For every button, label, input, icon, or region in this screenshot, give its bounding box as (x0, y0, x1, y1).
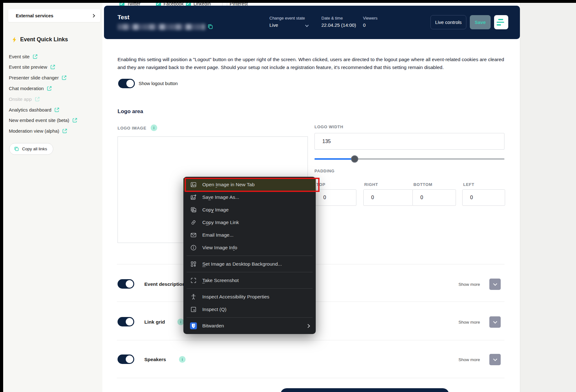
speakers-show-more-label: Show more (458, 357, 480, 362)
inspect-icon (190, 306, 197, 313)
copy-all-links-button[interactable]: Copy all links (9, 143, 53, 155)
sidebar-item-moderation-view-alpha-[interactable]: Moderation view (alpha) (9, 127, 67, 134)
sidebar-item-event-site[interactable]: Event site (9, 53, 38, 60)
menu-item-view-image-info[interactable]: View Image Info (183, 241, 316, 254)
toggle-knob (126, 80, 134, 87)
screen-top-edge (0, 0, 576, 3)
menu-separator (187, 317, 313, 318)
menu-item-bitwarden[interactable]: Bitwarden (183, 320, 316, 332)
external-link-icon (35, 96, 40, 102)
lightning-bolt-icon (11, 37, 18, 43)
event-state-label: Change event state (269, 16, 305, 20)
menu-item-label: Save Image As... (202, 194, 239, 200)
menu-lines-icon[interactable] (494, 15, 508, 29)
show-logout-toggle-label: Show logout button (139, 81, 178, 86)
menu-item-label: Take Screenshot (202, 278, 239, 283)
sidebar-item-analytics-dashboard[interactable]: Analytics dashboard (9, 106, 60, 113)
chevron-down-icon[interactable] (305, 23, 308, 27)
menu-item-save-image-as[interactable]: Save Image As... (183, 191, 316, 204)
external-link-icon (72, 118, 78, 123)
context-menu: Open Image in New TabSave Image As...Cop… (183, 177, 316, 334)
submenu-chevron-icon (306, 324, 310, 328)
copy-url-button[interactable] (207, 24, 213, 31)
chevron-right-icon (91, 14, 95, 17)
logo-width-slider-fill (314, 158, 354, 160)
quick-links-header: Event Quick Links (11, 36, 68, 43)
screen: External services Event Quick Links Even… (0, 0, 576, 392)
bitwarden-icon (190, 322, 197, 329)
padding-left-input[interactable]: 0 (462, 189, 505, 206)
sidebar-link-label: Event site preview (9, 64, 47, 70)
event-state-value[interactable]: Live (269, 22, 278, 28)
viewers-label: Viewers (363, 16, 377, 20)
divider (117, 340, 504, 340)
event-description-toggle[interactable] (118, 279, 134, 289)
right-page-gutter (520, 3, 576, 392)
take-screenshot-icon (190, 277, 197, 284)
menu-item-label: Bitwarden (202, 323, 224, 329)
bottom-sheet[interactable] (280, 388, 449, 392)
toggle-knob (126, 355, 133, 363)
menu-item-inspect-q[interactable]: Inspect (Q) (183, 303, 316, 316)
external-link-icon (47, 86, 52, 91)
external-services-label: External services (16, 13, 92, 18)
link-grid-label: Link grid (144, 319, 165, 325)
datetime-value: 22.04.25 (14:00) (321, 22, 356, 28)
view-image-info-icon (190, 244, 197, 251)
event-header-bar: Test Change event state Live Date & time… (104, 6, 520, 39)
sidebar-item-external-services[interactable]: External services (8, 9, 100, 22)
event-description-show-more-button[interactable] (489, 279, 501, 290)
logo-width-slider-thumb[interactable] (351, 155, 358, 163)
padding-top-input[interactable]: 0 (315, 189, 356, 206)
speakers-info-icon[interactable]: i (179, 356, 186, 363)
menu-item-label: Copy Image Link (202, 220, 239, 225)
padding-right-label: RIGHT (364, 182, 378, 187)
event-description-show-more-label: Show more (458, 282, 480, 287)
sidebar-item-new-embed-event-site-beta-[interactable]: New embed event site (beta) (9, 117, 78, 124)
menu-item-copy-image-link[interactable]: Copy Image Link (183, 216, 316, 229)
event-description-label: Event description (144, 281, 185, 287)
sidebar-item-presenter-slide-changer[interactable]: Presenter slide changer (9, 74, 67, 81)
sidebar-link-label: Chat moderation (9, 86, 44, 91)
sidebar-item-event-site-preview[interactable]: Event site preview (9, 63, 55, 70)
viewers-value: 0 (363, 22, 366, 28)
speakers-show-more-button[interactable] (489, 354, 501, 365)
accessibility-icon (190, 293, 197, 300)
screen-left-edge (0, 0, 3, 392)
menu-item-copy-image[interactable]: Copy Image (183, 204, 316, 216)
external-link-icon (61, 75, 67, 80)
external-link-icon (62, 128, 67, 134)
padding-right-input[interactable]: 0 (363, 189, 413, 206)
external-link-icon (54, 107, 60, 112)
sidebar-item-chat-moderation[interactable]: Chat moderation (9, 85, 52, 92)
copy-icon (14, 146, 19, 152)
logo-width-input[interactable]: 135 (314, 133, 504, 150)
copy-image-icon (190, 206, 197, 213)
menu-item-take-screenshot[interactable]: Take Screenshot (183, 274, 316, 287)
menu-item-email-image[interactable]: Email Image... (183, 229, 316, 241)
logo-image-label: LOGO IMAGE (118, 126, 147, 130)
sidebar-link-label: New embed event site (beta) (9, 118, 69, 123)
link-grid-show-more-button[interactable] (489, 316, 501, 328)
menu-item-set-image-as-desktop-background[interactable]: Set Image as Desktop Background... (183, 258, 316, 270)
menu-item-label: View Image Info (202, 245, 237, 251)
sidebar-item-onsite-app: Onsite app (9, 95, 40, 102)
logo-image-info-icon[interactable]: i (151, 124, 157, 131)
link-grid-toggle[interactable] (118, 317, 134, 326)
show-logout-toggle[interactable] (118, 79, 135, 88)
sidebar-link-label: Moderation view (alpha) (9, 128, 59, 134)
link-grid-info-icon[interactable]: i (177, 319, 184, 325)
speakers-toggle[interactable] (118, 355, 134, 364)
menu-item-inspect-accessibility-properties[interactable]: Inspect Accessibility Properties (183, 291, 316, 303)
menu-item-label: Set Image as Desktop Background... (202, 261, 282, 267)
sidebar-link-label: Event site (9, 54, 30, 59)
menu-item-label: Inspect (Q) (202, 307, 227, 312)
padding-bottom-input[interactable]: 0 (412, 189, 456, 206)
save-button[interactable]: Save (470, 15, 491, 29)
live-controls-button[interactable]: Live controls (430, 15, 466, 29)
annotation-highlight-box (185, 178, 320, 192)
logo-width-value: 135 (322, 139, 331, 144)
save-image-as-icon (190, 194, 197, 201)
padding-bottom-label: BOTTOM (413, 182, 432, 187)
link-grid-show-more-label: Show more (458, 320, 480, 325)
